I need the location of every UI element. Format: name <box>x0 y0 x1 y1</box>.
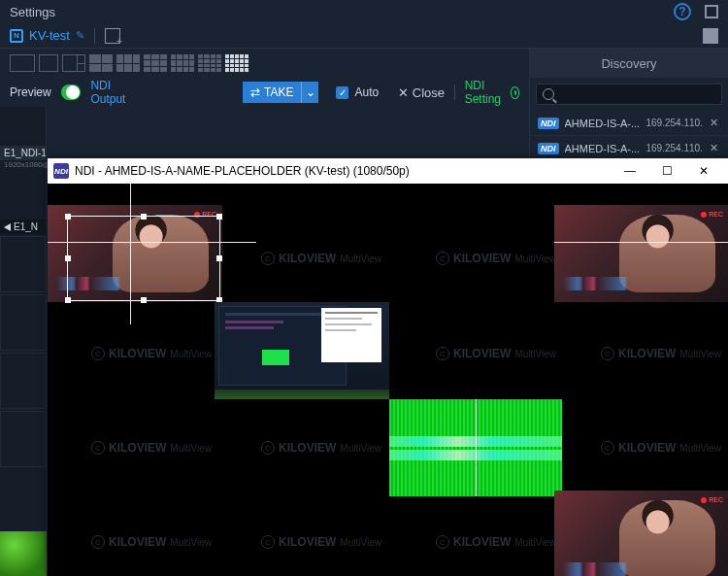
new-tab-icon[interactable] <box>105 28 120 44</box>
rec-indicator-icon: REC <box>701 211 723 218</box>
watermark: CKILOVIEWMultiView <box>601 347 721 360</box>
search-input[interactable] <box>560 88 715 100</box>
ndi-output-window: NDI NDI - AHMED-IS-A-NAME-PLACEHOLDER (K… <box>48 158 728 576</box>
maximize-icon[interactable] <box>705 5 718 18</box>
window-maximize-button[interactable]: ☐ <box>648 158 685 184</box>
layout-4x4[interactable] <box>198 54 221 72</box>
ndi-setting-label: NDI Setting <box>465 79 505 106</box>
layout-3x3[interactable] <box>144 54 167 72</box>
gear-icon <box>511 86 519 99</box>
source-name: E1_NDI-1... <box>4 148 42 158</box>
swap-icon: ⇄ <box>250 85 260 99</box>
app-title: Settings <box>10 5 55 19</box>
panel-toggle-icon[interactable] <box>703 28 718 44</box>
ndi-window-titlebar[interactable]: NDI NDI - AHMED-IS-A-NAME-PLACEHOLDER (K… <box>48 158 728 184</box>
window-minimize-button[interactable]: — <box>612 158 648 184</box>
ndi-setting-button[interactable]: NDI Setting <box>465 79 519 106</box>
tab-kvtest-icon: N <box>10 29 23 43</box>
crosshair-v <box>130 184 131 324</box>
search-icon <box>543 88 554 100</box>
layout-5x4[interactable] <box>225 54 248 72</box>
rec-indicator-icon: REC <box>194 211 216 218</box>
auto-checkbox[interactable]: ✓ <box>336 86 348 99</box>
discovery-item-name: AHMED-IS-A-... <box>565 143 641 154</box>
tab-bar: N KV-test ✎ <box>0 23 728 49</box>
take-button[interactable]: ⇄ TAKE <box>243 82 301 103</box>
watermark: CKILOVIEWMultiView <box>91 347 212 360</box>
video-tile-singer-2[interactable]: REC <box>554 205 728 302</box>
ndi-badge-icon: NDI <box>538 143 559 154</box>
layout-1up[interactable] <box>10 54 35 72</box>
tab-kvtest-label: KV-test <box>29 28 70 43</box>
thumb-slot[interactable] <box>0 236 46 292</box>
close-button[interactable]: ✕ Close <box>398 85 445 100</box>
control-bar: Preview NDI Output ⇄ TAKE ⌄ ✓ Auto ✕ Clo… <box>0 78 529 107</box>
watermark: CKILOVIEWMultiView <box>91 441 212 455</box>
multiview-canvas: CKILOVIEWMultiView CKILOVIEWMultiView CK… <box>48 184 728 576</box>
edit-tab-icon[interactable]: ✎ <box>76 29 84 42</box>
window-close-button[interactable]: ✕ <box>685 158 722 184</box>
preview-label: Preview <box>10 85 51 99</box>
preview-toggle[interactable] <box>61 85 82 100</box>
thumb-slot[interactable] <box>0 294 46 351</box>
discovery-item-action-icon[interactable]: ✕ <box>708 142 720 154</box>
discovery-item[interactable]: NDI AHMED-IS-A-... 169.254.110.37:5... ✕ <box>530 111 728 136</box>
source-column: E1_NDI-1... 1920x1080@... E1_N T <box>0 107 47 576</box>
watermark: CKILOVIEWMultiView <box>601 441 721 455</box>
source-chip[interactable]: E1_NDI-1... <box>0 146 46 160</box>
discovery-item-action-icon[interactable]: ✕ <box>708 117 720 129</box>
discovery-item-name: AHMED-IS-A-... <box>565 118 641 129</box>
take-label: TAKE <box>264 85 293 99</box>
crosshair-h <box>48 242 256 243</box>
help-icon[interactable]: ? <box>674 3 691 20</box>
video-tile-singer-3[interactable]: REC <box>554 491 728 576</box>
source-resolution: 1920x1080@... <box>0 160 46 169</box>
chevron-down-icon: ⌄ <box>306 85 315 99</box>
tab-kvtest[interactable]: N KV-test ✎ <box>10 28 84 43</box>
background-thumb <box>0 531 47 576</box>
discovery-panel: Discovery NDI AHMED-IS-A-... 169.254.110… <box>529 49 728 161</box>
layout-2x2[interactable] <box>89 54 113 72</box>
watermark: CKILOVIEWMultiView <box>436 347 556 360</box>
discovery-item-ip: 169.254.110.37:5... <box>646 118 703 128</box>
discovery-header: Discovery <box>530 49 728 78</box>
layout-3x2[interactable] <box>116 54 140 72</box>
watermark: CKILOVIEWMultiView <box>91 535 212 549</box>
rec-indicator-icon: REC <box>701 496 723 503</box>
discovery-item-ip: 169.254.110.37:5... <box>646 143 703 153</box>
audio-source-label: E1_N <box>14 221 38 232</box>
layout-4x3[interactable] <box>171 54 194 72</box>
watermark: CKILOVIEWMultiView <box>436 535 556 549</box>
watermark: CKILOVIEWMultiView <box>261 252 381 265</box>
ndi-output-label[interactable]: NDI Output <box>90 79 126 106</box>
video-tile-test-signal[interactable] <box>389 399 562 496</box>
watermark: CKILOVIEWMultiView <box>436 252 556 265</box>
ndi-badge-icon: NDI <box>538 118 559 129</box>
thumb-slot[interactable] <box>0 411 46 467</box>
take-dropdown[interactable]: ⌄ <box>301 82 318 103</box>
speaker-icon <box>4 223 11 231</box>
discovery-search[interactable] <box>536 84 722 105</box>
layout-1up-b[interactable] <box>39 54 58 72</box>
ndi-window-title: NDI - AHMED-IS-A-NAME-PLACEHOLDER (KV-te… <box>75 164 612 178</box>
auto-label: Auto <box>354 85 379 99</box>
title-bar: Settings ? <box>0 0 728 23</box>
video-tile-singer-1[interactable]: REC <box>48 205 222 302</box>
watermark: CKILOVIEWMultiView <box>261 535 381 549</box>
thumb-slot[interactable] <box>0 353 46 409</box>
watermark: CKILOVIEWMultiView <box>261 441 381 455</box>
audio-source-chip[interactable]: E1_N <box>0 220 46 234</box>
video-tile-desktop[interactable] <box>215 302 389 399</box>
ndi-logo-icon: NDI <box>53 163 69 179</box>
